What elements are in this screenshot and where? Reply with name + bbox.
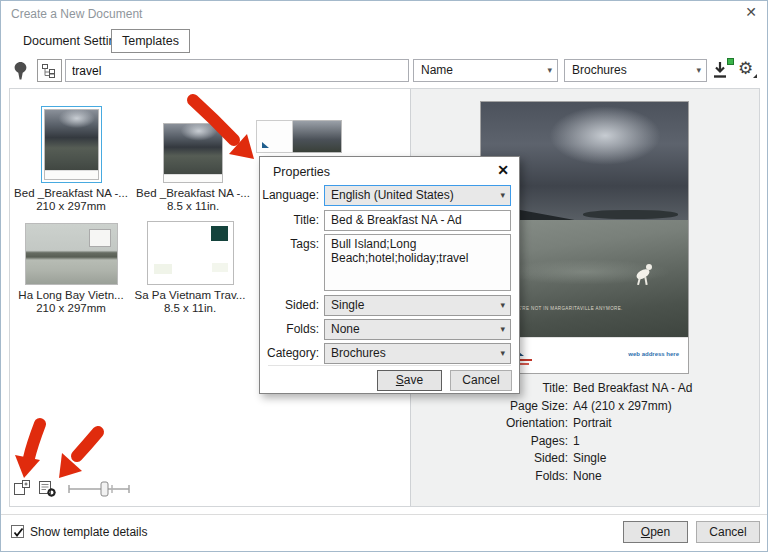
tags-label: Tags: <box>260 237 319 251</box>
detail-label: Pages: <box>411 433 568 451</box>
category-value: Brochures <box>331 346 386 360</box>
options-gear-icon[interactable]: ⚙ <box>738 58 753 80</box>
category-label: Category: <box>260 346 319 360</box>
template-size: 8.5 x 11in. <box>132 200 254 212</box>
chevron-down-icon: ▾ <box>500 296 505 315</box>
template-name: Bed _Breakfast NA -... <box>10 187 132 199</box>
detail-label: Page Size: <box>411 398 568 416</box>
tab-templates[interactable]: Templates <box>111 29 190 53</box>
new-content-badge <box>727 58 734 65</box>
thumbnail-zoom-slider[interactable] <box>67 481 131 500</box>
template-card-bed-breakfast-letter[interactable]: Bed _Breakfast NA -... 8.5 x 11in. <box>132 101 254 212</box>
title-input[interactable]: Bed & Breakfast NA - Ad <box>324 210 511 231</box>
template-size: 210 x 297mm <box>10 302 132 314</box>
template-thumbnail <box>163 123 223 183</box>
show-template-details-label: Show template details <box>30 525 147 539</box>
search-input[interactable] <box>65 59 409 82</box>
template-thumbnail <box>293 120 342 153</box>
checkmark-icon <box>12 526 25 539</box>
create-new-document-dialog: Create a New Document ✕ Document Setting… <box>0 0 768 552</box>
title-label: Title: <box>260 213 319 227</box>
category-filter-value: Brochures <box>572 63 627 77</box>
chevron-down-icon: ▾ <box>547 60 552 81</box>
sort-by-dropdown[interactable]: Name ▾ <box>413 59 558 82</box>
dialog-title: Create a New Document <box>11 7 142 21</box>
sort-by-value: Name <box>421 63 453 77</box>
template-thumbnail <box>147 221 234 285</box>
detail-value: A4 (210 x 297mm) <box>573 398 759 416</box>
language-dropdown[interactable]: English (United States) ▾ <box>324 185 511 206</box>
template-name: Sa Pa Vietnam Trav... <box>134 289 246 301</box>
language-value: English (United States) <box>331 188 454 202</box>
browse-folders-button[interactable] <box>37 59 62 82</box>
preview-island <box>583 210 678 219</box>
sided-label: Sided: <box>260 298 319 312</box>
location-pin-icon[interactable] <box>13 61 28 84</box>
language-label: Language: <box>260 188 319 202</box>
tags-input[interactable]: Bull Island;Long Beach;hotel;holiday;tra… <box>324 234 511 291</box>
popup-close-icon[interactable]: ✕ <box>497 162 509 178</box>
template-card-sa-pa[interactable]: Sa Pa Vietnam Trav... 8.5 x 11in. <box>134 219 246 314</box>
thumbnail-text-box <box>89 229 111 247</box>
selection-border <box>41 106 102 183</box>
folds-value: None <box>331 322 360 336</box>
get-more-templates-icon[interactable] <box>712 60 733 81</box>
detail-value: 1 <box>573 433 759 451</box>
detail-value: Portrait <box>573 415 759 433</box>
divider <box>1 514 767 515</box>
thumbnail-text-block <box>154 264 172 274</box>
open-button[interactable]: Open <box>623 521 688 543</box>
chevron-down-icon: ▾ <box>696 60 701 81</box>
category-filter-dropdown[interactable]: Brochures ▾ <box>564 59 707 82</box>
dog-figure <box>633 262 657 290</box>
detail-value: None <box>573 468 759 486</box>
divider <box>268 365 511 366</box>
detail-value: Bed Breakfast NA - Ad <box>573 380 759 398</box>
template-name: Ha Long Bay Vietn... <box>10 289 132 301</box>
template-card-ha-long-bay[interactable]: Ha Long Bay Vietn... 210 x 297mm <box>10 219 132 314</box>
template-thumbnail <box>25 223 118 285</box>
new-document-icon[interactable] <box>13 479 31 500</box>
popup-cancel-button[interactable]: Cancel <box>450 370 512 391</box>
thumbnail-text-box <box>211 226 228 241</box>
detail-label: Orientation: <box>411 415 568 433</box>
chevron-down-icon: ▾ <box>500 320 505 339</box>
template-card-bed-breakfast-a4[interactable]: Bed _Breakfast NA -... 210 x 297mm <box>10 101 132 212</box>
properties-popup: Properties ✕ Language: English (United S… <box>259 156 520 394</box>
web-address-text: web address here <box>628 351 679 357</box>
preview-overlay-text: WE'RE NOT IN MARGARITAVILLE ANYMORE. <box>513 306 623 311</box>
thumbnail-text-block <box>212 263 228 272</box>
folds-dropdown[interactable]: None ▾ <box>324 319 511 340</box>
chevron-down-icon: ▾ <box>500 344 505 363</box>
cancel-button[interactable]: Cancel <box>696 521 760 543</box>
template-size: 8.5 x 11in. <box>134 302 246 314</box>
template-details: Title:Bed Breakfast NA - Ad Page Size:A4… <box>411 380 759 485</box>
detail-value: Single <box>573 450 759 468</box>
template-thumbnail <box>256 120 293 153</box>
tree-view-icon <box>41 63 58 78</box>
close-icon[interactable]: ✕ <box>745 4 757 20</box>
template-card-partial[interactable] <box>256 120 342 153</box>
template-name: Bed _Breakfast NA -... <box>132 187 254 199</box>
popup-title: Properties <box>273 165 330 179</box>
sided-dropdown[interactable]: Single ▾ <box>324 295 511 316</box>
category-dropdown[interactable]: Brochures ▾ <box>324 343 511 364</box>
chevron-down-icon: ▾ <box>500 186 505 205</box>
template-properties-icon[interactable] <box>38 479 57 500</box>
sided-value: Single <box>331 298 364 312</box>
save-button[interactable]: Save <box>377 370 442 391</box>
template-size: 210 x 297mm <box>10 200 132 212</box>
detail-label: Folds: <box>411 468 568 486</box>
folds-label: Folds: <box>260 322 319 336</box>
template-thumbnail <box>44 109 99 180</box>
detail-label: Sided: <box>411 450 568 468</box>
show-template-details-checkbox[interactable] <box>11 525 24 538</box>
